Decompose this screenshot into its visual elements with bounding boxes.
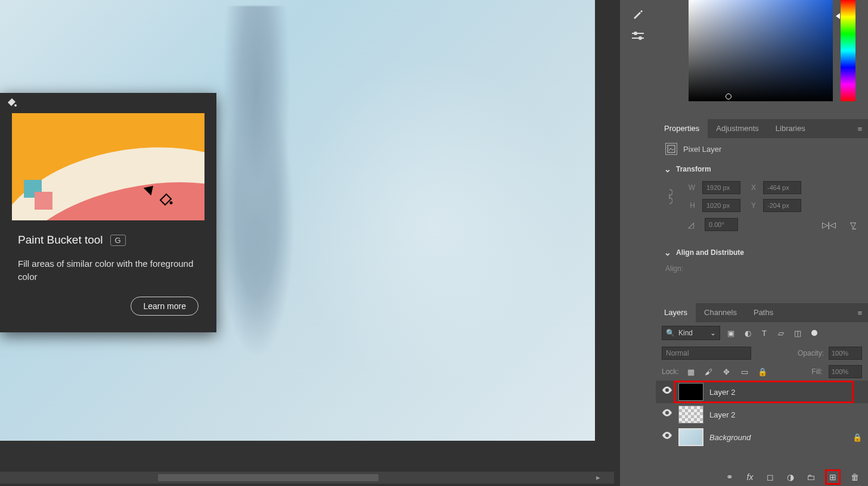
- color-picker-marker[interactable]: [726, 94, 731, 99]
- delete-layer-icon[interactable]: 🗑: [849, 471, 861, 483]
- layer-name[interactable]: Layer 2: [709, 410, 735, 419]
- group-icon[interactable]: 🗀: [805, 471, 817, 483]
- layer-row[interactable]: Background 🔒: [656, 426, 868, 448]
- align-label: Align:: [665, 264, 683, 273]
- collapsed-panel-strip: [620, 0, 656, 486]
- adjustment-layer-icon[interactable]: ◑: [785, 471, 796, 483]
- lock-position-icon[interactable]: ✥: [721, 366, 733, 378]
- fill-label: Fill:: [811, 367, 823, 376]
- properties-panel: Pixel Layer Transform W X H Y: [656, 138, 868, 275]
- learn-more-button[interactable]: Learn more: [131, 297, 199, 316]
- height-input[interactable]: [702, 199, 740, 212]
- filter-smart-icon[interactable]: ◫: [792, 327, 804, 339]
- tooltip-shortcut: G: [110, 235, 126, 246]
- visibility-eye-icon[interactable]: [662, 387, 672, 397]
- search-icon: 🔍: [666, 329, 675, 337]
- transform-label: Transform: [676, 165, 711, 173]
- layer-row[interactable]: Layer 2: [656, 381, 868, 403]
- layer-mask-icon[interactable]: ◻: [764, 471, 776, 483]
- pixel-layer-label: Pixel Layer: [683, 145, 721, 154]
- layer-fx-icon[interactable]: fx: [744, 471, 756, 483]
- tab-libraries[interactable]: Libraries: [767, 119, 814, 138]
- layer-name[interactable]: Layer 2: [709, 388, 735, 397]
- tab-paths[interactable]: Paths: [745, 303, 782, 322]
- color-field[interactable]: [689, 0, 833, 101]
- kind-label: Kind: [678, 329, 693, 337]
- layer-thumbnail[interactable]: [678, 383, 703, 401]
- filter-pixel-icon[interactable]: ▣: [725, 327, 737, 339]
- lock-image-icon[interactable]: 🖌: [703, 366, 715, 378]
- angle-input[interactable]: [705, 218, 738, 231]
- lock-artboard-icon[interactable]: ▭: [739, 366, 751, 378]
- lock-label: Lock:: [662, 367, 679, 376]
- filter-type-icon[interactable]: T: [758, 327, 770, 339]
- lock-transparent-icon[interactable]: ▦: [685, 366, 697, 378]
- chevron-down-icon: [664, 248, 671, 257]
- svg-point-2: [634, 32, 637, 35]
- filter-adjustment-icon[interactable]: ◐: [742, 327, 754, 339]
- panel-menu-icon[interactable]: ≡: [857, 124, 868, 133]
- fill-input[interactable]: 100%: [829, 365, 862, 378]
- angle-icon: ◿: [688, 220, 696, 229]
- properties-tabset: Properties Adjustments Libraries ≡: [656, 119, 868, 138]
- height-label: H: [687, 201, 695, 210]
- chevron-down-icon: ⌄: [710, 329, 716, 337]
- tooltip-description: Fill areas of similar color with the for…: [18, 257, 199, 284]
- visibility-eye-icon[interactable]: [662, 409, 672, 420]
- layer-filter-kind[interactable]: 🔍 Kind ⌄: [662, 326, 720, 340]
- layers-tabset: Layers Channels Paths ≡: [656, 303, 868, 322]
- chevron-down-icon: [664, 164, 671, 174]
- layer-row[interactable]: Layer 2: [656, 403, 868, 426]
- width-label: W: [687, 183, 695, 192]
- opacity-input[interactable]: 100%: [829, 347, 862, 360]
- panel-menu-icon[interactable]: ≡: [857, 309, 868, 317]
- transform-section-header[interactable]: Transform: [656, 160, 868, 179]
- hue-slider-arrow[interactable]: [836, 13, 840, 19]
- lock-all-icon[interactable]: 🔒: [757, 366, 768, 378]
- filter-shape-icon[interactable]: ▱: [775, 327, 787, 339]
- scrollbar-thumb[interactable]: [158, 474, 379, 481]
- tool-tooltip: Paint Bucket tool G Fill areas of simila…: [0, 93, 216, 332]
- link-dimensions-icon[interactable]: [664, 185, 675, 208]
- lock-icon: 🔒: [852, 433, 862, 442]
- layers-footer: ⚭ fx ◻ ◑ 🗀 ⊞ 🗑: [656, 468, 868, 486]
- svg-point-3: [638, 36, 642, 40]
- paint-bucket-icon: [5, 96, 19, 110]
- tooltip-preview-image: [12, 113, 204, 220]
- layers-panel: 🔍 Kind ⌄ ▣ ◐ T ▱ ◫ Normal Opacity: 100% …: [656, 322, 868, 448]
- hue-strip[interactable]: [841, 0, 855, 101]
- tab-channels[interactable]: Channels: [696, 303, 745, 322]
- flip-vertical-icon[interactable]: ▽̲: [850, 220, 856, 229]
- width-input[interactable]: [702, 181, 740, 194]
- tooltip-title: Paint Bucket tool: [18, 233, 103, 247]
- x-label: X: [748, 183, 756, 192]
- y-input[interactable]: [763, 199, 801, 212]
- adjustments-sliders-icon[interactable]: [631, 29, 645, 43]
- new-layer-icon[interactable]: ⊞: [825, 469, 841, 485]
- layer-name[interactable]: Background: [709, 433, 751, 442]
- brush-settings-icon[interactable]: [631, 7, 645, 21]
- canvas-mist: [268, 30, 595, 417]
- flip-horizontal-icon[interactable]: ▷|◁: [822, 220, 836, 229]
- blend-mode-select[interactable]: Normal: [662, 347, 751, 360]
- right-panels: Properties Adjustments Libraries ≡ Pixel…: [656, 0, 868, 486]
- tab-layers[interactable]: Layers: [656, 303, 696, 322]
- link-layers-icon[interactable]: ⚭: [724, 471, 736, 483]
- align-distribute-label: Align and Distribute: [676, 248, 744, 257]
- visibility-eye-icon[interactable]: [662, 432, 672, 443]
- layer-thumbnail[interactable]: [678, 406, 703, 423]
- align-section-header[interactable]: Align and Distribute: [656, 243, 868, 262]
- x-input[interactable]: [763, 181, 801, 194]
- tab-adjustments[interactable]: Adjustments: [708, 119, 767, 138]
- pixel-layer-icon: [665, 143, 677, 155]
- filter-toggle[interactable]: [808, 327, 820, 339]
- horizontal-scrollbar[interactable]: ▸: [0, 472, 614, 484]
- opacity-label: Opacity:: [798, 349, 824, 357]
- tab-properties[interactable]: Properties: [656, 119, 708, 138]
- layer-thumbnail[interactable]: [678, 428, 703, 446]
- scrollbar-right-arrow[interactable]: ▸: [596, 473, 606, 482]
- y-label: Y: [748, 201, 756, 210]
